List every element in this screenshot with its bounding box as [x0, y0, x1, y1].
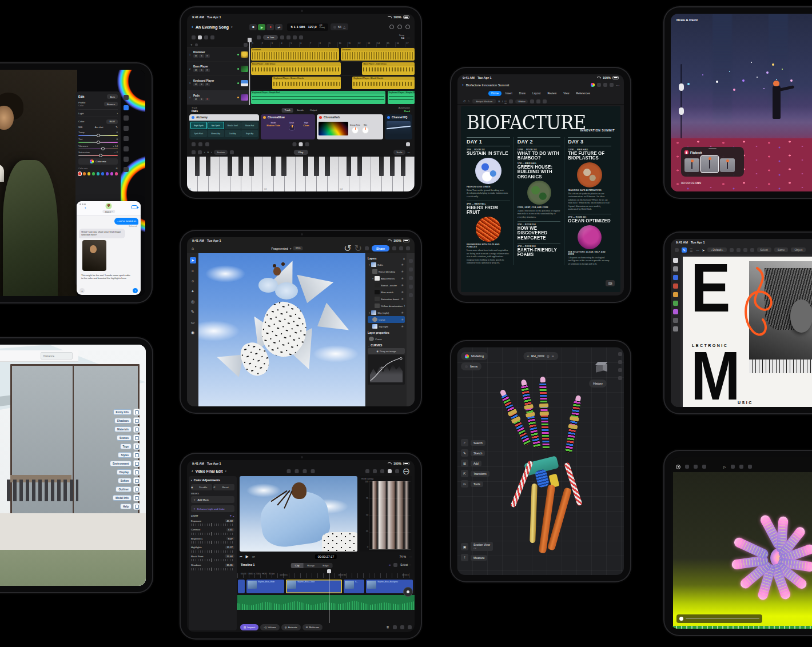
- vibrance-slider[interactable]: Vibrance+ 14: [78, 145, 118, 150]
- voiceover-mic-icon[interactable]: [303, 469, 307, 473]
- text-color-icon[interactable]: [509, 99, 513, 103]
- mute-button[interactable]: M: [193, 69, 198, 72]
- cloud-sync-icon[interactable]: [365, 246, 369, 250]
- browser-view-icon[interactable]: [380, 469, 384, 473]
- knobs-icon[interactable]: [299, 142, 303, 146]
- vibrance-knob[interactable]: [101, 147, 105, 150]
- transform-tool-icon[interactable]: ⌗: [190, 267, 196, 274]
- white-balance-row[interactable]: WB As shot ✎: [78, 126, 118, 129]
- dim-icon[interactable]: [389, 25, 394, 29]
- document-title[interactable]: Biofacture Innovation Summit: [466, 83, 510, 87]
- geometry-icon[interactable]: [124, 157, 129, 162]
- duplicate-track-icon[interactable]: [195, 43, 198, 46]
- zoom-level[interactable]: 36%: [293, 246, 302, 250]
- midi-indicator[interactable]: 54△: [331, 23, 348, 30]
- mute-button[interactable]: M: [193, 83, 198, 86]
- share-icon[interactable]: [610, 83, 614, 87]
- animate-button[interactable]: ◎ Animate: [281, 624, 301, 630]
- add-layer-icon[interactable]: [409, 259, 413, 263]
- send-button[interactable]: ↑: [133, 288, 138, 293]
- panel-tags[interactable]: Tags: [120, 443, 140, 450]
- brush-opacity-knob[interactable]: [679, 107, 684, 115]
- clip-partial[interactable]: [238, 580, 245, 593]
- color-dot-orange[interactable]: [83, 172, 86, 175]
- livedraw-icon[interactable]: [311, 469, 315, 473]
- saturation-slider[interactable]: Saturation+ 2: [78, 151, 118, 156]
- plugin-channel-eq[interactable]: Channel EQ: [385, 114, 412, 139]
- viewer-more-icon[interactable]: ⋯: [409, 555, 412, 558]
- loops-view-icon[interactable]: [204, 35, 208, 39]
- panel-back-icon[interactable]: ‹: [191, 478, 192, 482]
- panel-environment[interactable]: Environment: [110, 460, 140, 467]
- tab-references[interactable]: References: [573, 91, 593, 96]
- tab-edge[interactable]: Edge: [319, 563, 332, 568]
- render-icon[interactable]: [676, 465, 680, 469]
- layer-row[interactable]: Saturation boost👁: [368, 295, 405, 302]
- clip[interactable]: S...: [344, 580, 364, 593]
- offline-icon[interactable]: ⊖: [552, 354, 555, 358]
- next-frame-icon[interactable]: ⏭: [252, 555, 255, 559]
- clip-selected[interactable]: Skyline_Blue_Close: [286, 580, 342, 593]
- chromaverb-decay[interactable]: Decay Time: [350, 124, 360, 134]
- layer-row[interactable]: Top right👁: [368, 323, 405, 330]
- timeline-zoom-value[interactable]: 74 %: [400, 555, 406, 558]
- tool-tools[interactable]: ✂Tools: [461, 480, 489, 488]
- crop-icon[interactable]: [124, 95, 129, 100]
- tab-layout[interactable]: Layout: [530, 91, 543, 96]
- mixer-view-icon[interactable]: [198, 35, 202, 39]
- lcd-display[interactable]: 5 1 1 086 127,0 4/4C maj: [287, 23, 328, 31]
- loop-tool-icon[interactable]: [280, 35, 284, 39]
- share-button[interactable]: Share: [372, 245, 389, 251]
- automation-setting[interactable]: AutomationRead: [399, 107, 410, 113]
- clone-tool-icon[interactable]: ◎: [190, 298, 196, 305]
- flipbook-frame[interactable]: [720, 158, 735, 172]
- piano-key-white[interactable]: [371, 157, 382, 191]
- tab-sends[interactable]: Sends: [294, 108, 307, 113]
- adjustment-icon[interactable]: [409, 276, 413, 280]
- settings-gear-icon[interactable]: [406, 246, 410, 250]
- enhance-button[interactable]: ✦Enhance Light and Color: [191, 505, 234, 512]
- editor-view-icon[interactable]: [210, 35, 214, 39]
- tab-output[interactable]: Output: [307, 108, 320, 113]
- panel-materials[interactable]: Materials: [114, 426, 140, 433]
- flipbook-frame-current[interactable]: [701, 156, 718, 172]
- keyboard-more-icon[interactable]: ⋯: [408, 151, 410, 154]
- drive-knob[interactable]: [289, 125, 295, 131]
- cycle-button[interactable]: ⇄: [275, 24, 282, 30]
- preset-button[interactable]: Bright Arp: [241, 130, 258, 137]
- preset-button[interactable]: Epic Synth: [208, 122, 224, 129]
- metronome-icon[interactable]: [397, 25, 402, 29]
- back-chevron-icon[interactable]: ‹: [192, 24, 193, 30]
- layer-row-selected[interactable]: Curve👁: [368, 316, 405, 323]
- split-keyboard-icon[interactable]: [198, 150, 202, 154]
- timer-icon[interactable]: [287, 469, 291, 473]
- bar-ruler[interactable]: 1234567891011121314151617: [251, 42, 415, 47]
- text-tool-icon[interactable]: [673, 326, 678, 332]
- color-dot-yellow[interactable]: [87, 172, 90, 175]
- tab-insert[interactable]: Insert: [503, 91, 515, 96]
- region-drummer-2[interactable]: Drummer: [341, 48, 415, 61]
- font-field[interactable]: Antipol Medium: [472, 99, 496, 103]
- visibility-eye-icon[interactable]: 👁: [401, 318, 404, 321]
- view-cube[interactable]: [594, 361, 609, 376]
- help-icon[interactable]: [399, 246, 403, 250]
- region-drummer-1[interactable]: Drummer: [251, 48, 339, 61]
- record-button[interactable]: ●: [266, 24, 274, 30]
- preset-button[interactable]: Synth Pluck: [190, 130, 207, 137]
- panel-styles[interactable]: Styles: [118, 452, 140, 458]
- masking-icon[interactable]: [124, 115, 129, 121]
- tool-search[interactable]: ⌕Search: [461, 439, 489, 446]
- plugin-alchemy[interactable]: Alchemy Bright Synth Epic Synth Metallic…: [189, 114, 259, 139]
- slider-value[interactable]: 9.07: [226, 537, 234, 540]
- region-pads-1[interactable]: Keyboard Player - Simple Pad: [251, 91, 385, 104]
- more-icon[interactable]: ⋯: [616, 83, 619, 87]
- preset-selector[interactable]: ‹ Default ›: [707, 247, 726, 252]
- window-controls[interactable]: [79, 203, 86, 205]
- plugin-chromaglow[interactable]: ChromaGlow ModelModern Tube Drive StyleC…: [261, 114, 315, 139]
- tool-sketch[interactable]: ✎Sketch: [461, 449, 489, 457]
- versions-icon[interactable]: [124, 167, 129, 172]
- auto-button[interactable]: Auto: [107, 94, 118, 99]
- scale-button[interactable]: Scale: [393, 150, 405, 155]
- search-icon[interactable]: [603, 83, 607, 87]
- frame-icon[interactable]: [731, 465, 735, 469]
